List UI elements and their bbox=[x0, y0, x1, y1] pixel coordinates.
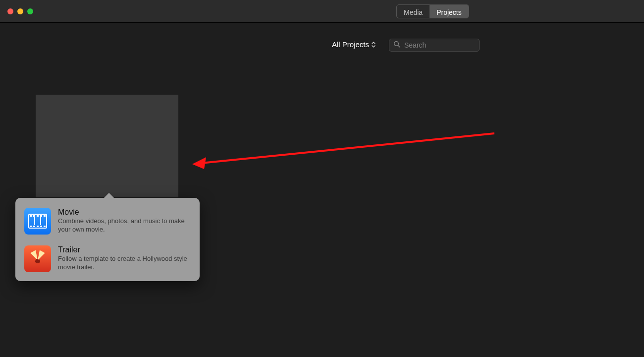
svg-rect-7 bbox=[40, 215, 42, 217]
svg-rect-9 bbox=[30, 226, 32, 227]
search-input[interactable] bbox=[403, 41, 475, 50]
tab-projects-label: Projects bbox=[436, 8, 462, 16]
trailer-icon bbox=[24, 245, 51, 272]
svg-rect-4 bbox=[30, 215, 32, 217]
svg-rect-13 bbox=[44, 226, 46, 227]
projects-toolbar: All Projects bbox=[0, 23, 644, 50]
svg-line-1 bbox=[398, 46, 400, 48]
chevron-updown-icon bbox=[371, 41, 376, 48]
popover-item-trailer[interactable]: Trailer Follow a template to create a Ho… bbox=[23, 242, 192, 275]
projects-filter-label: All Projects bbox=[332, 40, 369, 49]
tab-projects[interactable]: Projects bbox=[429, 5, 469, 18]
svg-marker-19 bbox=[192, 157, 206, 169]
popover-trailer-desc: Follow a template to create a Hollywood … bbox=[58, 255, 191, 272]
svg-rect-11 bbox=[37, 226, 39, 227]
movie-icon bbox=[24, 208, 51, 235]
popover-item-trailer-text: Trailer Follow a template to create a Ho… bbox=[58, 245, 191, 272]
svg-rect-5 bbox=[33, 215, 35, 217]
traffic-lights bbox=[7, 8, 33, 14]
window-titlebar: Media Projects bbox=[0, 0, 644, 23]
search-field-wrapper[interactable] bbox=[389, 39, 480, 52]
svg-rect-6 bbox=[37, 215, 39, 217]
svg-line-18 bbox=[201, 133, 494, 163]
popover-movie-desc: Combine videos, photos, and music to mak… bbox=[58, 217, 191, 234]
popover-movie-title: Movie bbox=[58, 208, 191, 217]
svg-point-17 bbox=[35, 258, 40, 264]
new-project-popover: Movie Combine videos, photos, and music … bbox=[15, 198, 200, 281]
fullscreen-window-button[interactable] bbox=[27, 8, 33, 14]
new-project-tile[interactable] bbox=[36, 95, 178, 197]
close-window-button[interactable] bbox=[7, 8, 13, 14]
svg-rect-8 bbox=[44, 215, 46, 217]
annotation-arrow bbox=[192, 130, 499, 177]
svg-rect-10 bbox=[33, 226, 35, 227]
search-icon bbox=[393, 41, 400, 50]
projects-filter-dropdown[interactable]: All Projects bbox=[332, 40, 376, 49]
view-segmented-control: Media Projects bbox=[396, 4, 469, 18]
minimize-window-button[interactable] bbox=[17, 8, 23, 14]
svg-rect-12 bbox=[40, 226, 42, 227]
popover-item-movie-text: Movie Combine videos, photos, and music … bbox=[58, 208, 191, 235]
popover-item-movie[interactable]: Movie Combine videos, photos, and music … bbox=[23, 205, 192, 238]
tab-media-label: Media bbox=[404, 8, 423, 16]
tab-media[interactable]: Media bbox=[397, 5, 429, 18]
popover-trailer-title: Trailer bbox=[58, 245, 191, 254]
